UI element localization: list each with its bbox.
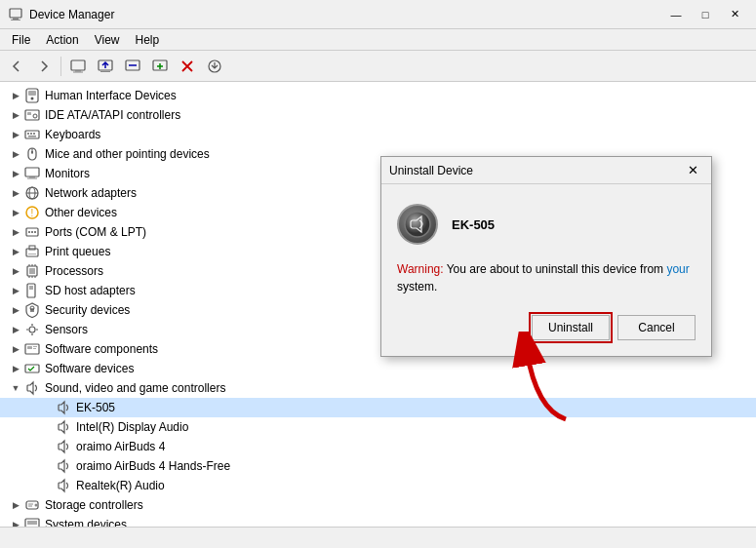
tree-label: Software devices xyxy=(45,362,134,375)
tree-label: Sound, video and game controllers xyxy=(45,381,225,395)
device-icon xyxy=(23,497,41,513)
expand-icon: ▶ xyxy=(8,263,23,279)
expand-icon: ▶ xyxy=(8,283,23,298)
tree-label: Processors xyxy=(45,264,103,278)
menu-view[interactable]: View xyxy=(87,31,128,49)
tree-label: Security devices xyxy=(45,303,130,317)
svg-point-34 xyxy=(28,231,30,233)
tree-label: Storage controllers xyxy=(45,498,143,512)
svg-rect-2 xyxy=(11,20,20,20)
expand-icon: ▶ xyxy=(8,107,23,123)
uninstall-dialog: Uninstall Device ✕ xyxy=(380,156,712,357)
svg-point-36 xyxy=(34,231,36,233)
device-icon xyxy=(55,439,72,454)
tree-label: Monitors xyxy=(45,167,90,180)
svg-rect-55 xyxy=(27,346,32,349)
maximize-button[interactable]: □ xyxy=(692,4,719,25)
tree-item-software-devices[interactable]: ▶ Software devices xyxy=(0,359,756,378)
device-icon: ! xyxy=(23,205,41,220)
svg-point-35 xyxy=(31,231,33,233)
device-icon xyxy=(23,185,41,201)
svg-rect-20 xyxy=(33,133,35,135)
window-controls: — □ ✕ xyxy=(662,4,748,25)
expand-spacer xyxy=(39,458,55,474)
svg-rect-3 xyxy=(71,60,85,70)
add-device-button[interactable] xyxy=(147,54,173,79)
svg-rect-26 xyxy=(29,176,35,178)
device-icon xyxy=(23,166,41,181)
svg-rect-18 xyxy=(27,133,29,135)
back-button[interactable] xyxy=(4,54,29,79)
tree-item-intel-audio[interactable]: Intel(R) Display Audio xyxy=(0,417,756,437)
tree-label: SD host adapters xyxy=(45,284,136,297)
update-driver-button[interactable] xyxy=(93,54,118,79)
dialog-buttons: Uninstall Cancel xyxy=(397,315,696,340)
expand-icon: ▶ xyxy=(8,302,23,318)
app-icon xyxy=(8,7,23,22)
expand-icon: ▶ xyxy=(8,127,23,142)
tree-label: oraimo AirBuds 4 xyxy=(76,440,165,453)
menu-bar: File Action View Help xyxy=(0,29,756,51)
tree-item-human-interface[interactable]: ▶ Human Interface Devices xyxy=(0,86,756,105)
svg-rect-40 xyxy=(28,255,34,256)
menu-help[interactable]: Help xyxy=(128,31,168,49)
expand-icon: ▶ xyxy=(8,224,23,240)
expand-icon: ▶ xyxy=(8,88,23,103)
expand-spacer xyxy=(39,419,55,435)
tree-label: oraimo AirBuds 4 Hands-Free xyxy=(76,459,230,473)
tree-item-oraimo-airbuds4[interactable]: oraimo AirBuds 4 xyxy=(0,437,756,456)
minimize-button[interactable]: — xyxy=(662,4,690,25)
tree-label: Sensors xyxy=(45,323,88,336)
device-icon xyxy=(23,361,41,376)
dialog-close-button[interactable]: ✕ xyxy=(682,160,703,181)
uninstall-button[interactable]: Uninstall xyxy=(532,315,610,340)
dialog-warning: Warning: You are about to uninstall this… xyxy=(397,260,696,295)
menu-file[interactable]: File xyxy=(4,31,38,49)
tree-item-realtek[interactable]: Realtek(R) Audio xyxy=(0,476,756,495)
window-title: Device Manager xyxy=(29,8,662,21)
svg-point-13 xyxy=(31,98,34,100)
expand-spacer xyxy=(39,400,55,415)
tree-item-system[interactable]: ▶ System devices xyxy=(0,515,756,527)
svg-rect-17 xyxy=(25,131,39,138)
tree-item-storage[interactable]: ▶ Storage controllers xyxy=(0,495,756,515)
dialog-device-name: EK-505 xyxy=(452,217,495,232)
device-icon xyxy=(23,517,41,527)
svg-point-16 xyxy=(33,114,37,118)
dialog-title: Uninstall Device xyxy=(389,164,682,177)
svg-rect-54 xyxy=(25,344,39,354)
svg-point-24 xyxy=(31,151,33,153)
expand-icon: ▶ xyxy=(8,497,23,513)
tree-label: Realtek(R) Audio xyxy=(76,479,165,492)
device-icon xyxy=(23,127,41,142)
device-icon xyxy=(23,224,41,240)
svg-rect-64 xyxy=(27,521,37,525)
svg-rect-4 xyxy=(75,70,81,72)
tree-item-ide[interactable]: ▶ IDE ATA/ATAPI controllers xyxy=(0,105,756,125)
remove-device-button[interactable] xyxy=(175,54,200,79)
computer-properties-button[interactable] xyxy=(65,54,91,79)
svg-rect-42 xyxy=(29,268,35,274)
forward-button[interactable] xyxy=(31,54,57,79)
download-button[interactable] xyxy=(202,54,227,79)
scan-button[interactable] xyxy=(120,54,145,79)
svg-rect-19 xyxy=(30,133,32,135)
tree-item-oraimo-airbuds4-hf[interactable]: oraimo AirBuds 4 Hands-Free xyxy=(0,456,756,476)
expand-icon: ▶ xyxy=(8,166,23,181)
tree-item-sound[interactable]: ▼ Sound, video and game controllers xyxy=(0,378,756,398)
tree-label: Human Interface Devices xyxy=(45,89,177,102)
device-icon xyxy=(23,107,41,123)
menu-action[interactable]: Action xyxy=(38,31,86,49)
close-button[interactable]: ✕ xyxy=(721,4,748,25)
device-icon xyxy=(23,263,41,279)
tree-label: Other devices xyxy=(45,206,117,219)
status-bar xyxy=(0,527,756,548)
cancel-button[interactable]: Cancel xyxy=(617,315,696,340)
svg-rect-7 xyxy=(100,71,110,72)
tree-item-keyboards[interactable]: ▶ Keyboards xyxy=(0,125,756,144)
dialog-device-row: EK-505 xyxy=(397,204,696,245)
tree-label: Intel(R) Display Audio xyxy=(76,420,188,434)
tree-item-ek505[interactable]: EK-505 xyxy=(0,398,756,417)
title-bar: Device Manager — □ ✕ xyxy=(0,0,756,29)
svg-rect-25 xyxy=(25,168,39,176)
